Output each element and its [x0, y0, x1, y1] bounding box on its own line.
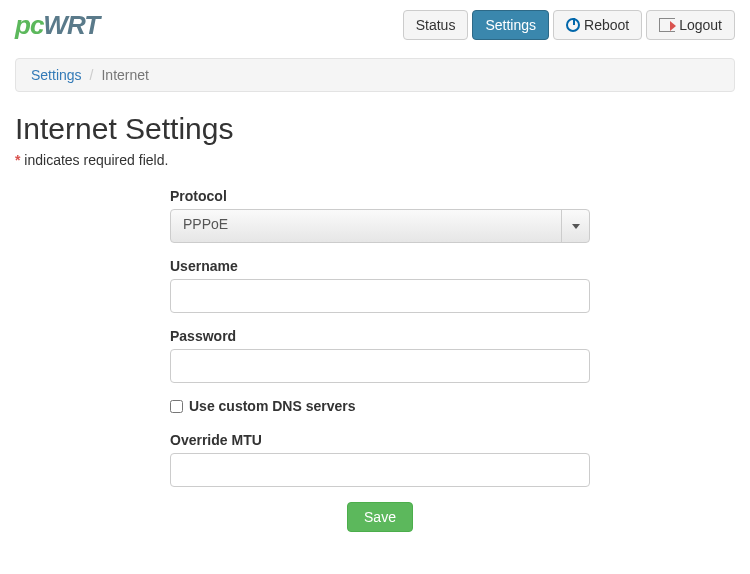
protocol-label: Protocol [170, 188, 590, 204]
reboot-label: Reboot [584, 17, 629, 33]
username-input[interactable] [170, 279, 590, 313]
breadcrumb-root[interactable]: Settings [31, 67, 82, 83]
settings-button[interactable]: Settings [472, 10, 549, 40]
reboot-icon [566, 18, 580, 32]
mtu-input[interactable] [170, 453, 590, 487]
logo-pc: pc [15, 10, 43, 40]
username-label: Username [170, 258, 590, 274]
breadcrumb-current: Internet [101, 67, 148, 83]
nav-buttons: Status Settings Reboot Logout [403, 10, 735, 40]
protocol-select[interactable]: PPPoE [170, 209, 590, 243]
logo-wrt: WRT [43, 10, 99, 40]
status-button[interactable]: Status [403, 10, 469, 40]
logo: pcWRT [15, 10, 99, 41]
save-row: Save [170, 502, 590, 532]
password-input[interactable] [170, 349, 590, 383]
page-title: Internet Settings [15, 112, 735, 146]
protocol-value: PPPoE [171, 210, 561, 242]
required-note-text: indicates required field. [24, 152, 168, 168]
dns-checkbox-label: Use custom DNS servers [189, 398, 356, 414]
logout-label: Logout [679, 17, 722, 33]
reboot-button[interactable]: Reboot [553, 10, 642, 40]
username-group: Username [170, 258, 590, 313]
form-area: Protocol PPPoE Username Password Use cus… [170, 188, 590, 532]
protocol-group: Protocol PPPoE [170, 188, 590, 243]
chevron-down-icon [561, 210, 589, 242]
mtu-label: Override MTU [170, 432, 590, 448]
password-label: Password [170, 328, 590, 344]
breadcrumb-separator: / [90, 67, 94, 83]
mtu-group: Override MTU [170, 432, 590, 487]
breadcrumb: Settings / Internet [15, 58, 735, 92]
logout-icon [659, 18, 675, 32]
logout-button[interactable]: Logout [646, 10, 735, 40]
dns-checkbox-group: Use custom DNS servers [170, 398, 590, 414]
save-button[interactable]: Save [347, 502, 413, 532]
password-group: Password [170, 328, 590, 383]
dns-checkbox[interactable] [170, 400, 183, 413]
required-star-icon: * [15, 152, 20, 168]
required-note: * indicates required field. [15, 152, 735, 168]
